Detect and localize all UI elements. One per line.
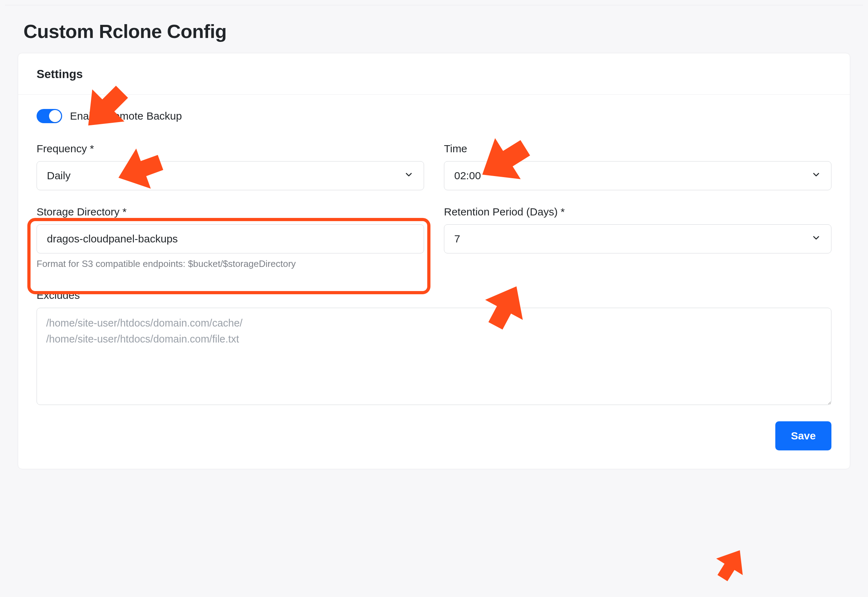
- storage-directory-label: Storage Directory *: [37, 206, 424, 218]
- chevron-down-icon: [811, 170, 821, 182]
- time-label: Time: [444, 143, 831, 155]
- settings-card: Settings Enable Remote Backup: [18, 53, 850, 469]
- storage-directory-input[interactable]: [47, 233, 414, 245]
- card-header: Settings: [18, 53, 850, 95]
- toggle-knob: [49, 110, 61, 122]
- time-select[interactable]: 02:00: [444, 161, 831, 190]
- excludes-label: Excludes: [37, 289, 831, 301]
- storage-directory-hint: Format for S3 compatible endpoints: $buc…: [37, 258, 424, 269]
- enable-remote-backup-toggle[interactable]: [37, 109, 62, 123]
- frequency-label: Frequency *: [37, 143, 424, 155]
- frequency-value: Daily: [47, 170, 71, 182]
- retention-label: Retention Period (Days) *: [444, 206, 831, 218]
- time-value: 02:00: [454, 170, 481, 182]
- storage-directory-input-wrap: [37, 224, 424, 253]
- retention-value: 7: [454, 233, 460, 245]
- annotation-arrow-icon: [710, 547, 749, 587]
- enable-remote-backup-label: Enable Remote Backup: [70, 110, 182, 122]
- frequency-select[interactable]: Daily: [37, 161, 424, 190]
- time-field: Time 02:00: [444, 143, 831, 190]
- excludes-textarea[interactable]: [37, 308, 831, 405]
- chevron-down-icon: [811, 233, 821, 245]
- frequency-field: Frequency * Daily: [37, 143, 424, 190]
- save-button[interactable]: Save: [775, 421, 831, 450]
- retention-select[interactable]: 7: [444, 224, 831, 253]
- page-title: Custom Rclone Config: [24, 20, 844, 42]
- svg-marker-4: [710, 547, 749, 587]
- excludes-field: Excludes: [37, 289, 831, 406]
- chevron-down-icon: [404, 170, 414, 182]
- retention-field: Retention Period (Days) * 7: [444, 206, 831, 269]
- storage-directory-field: Storage Directory * Format for S3 compat…: [37, 206, 424, 269]
